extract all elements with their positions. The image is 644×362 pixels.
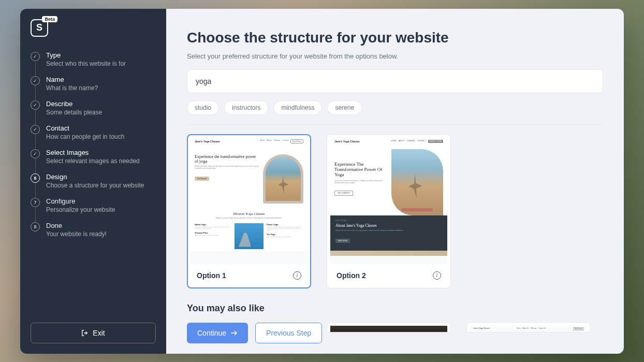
preview-mid-desc: Explore a variety of yoga classes tailor… bbox=[195, 217, 303, 219]
preview-hero-title: Experience The Transformative Power Of Y… bbox=[334, 162, 388, 178]
step-desc: Some details please bbox=[46, 109, 156, 116]
preview-hero-title: Experience the transformative power of y… bbox=[195, 154, 260, 164]
step-number-icon: 6 bbox=[31, 173, 40, 183]
page-subtitle: Select your preferred structure for your… bbox=[187, 52, 603, 60]
preview-strip bbox=[330, 251, 447, 256]
preview-image bbox=[235, 223, 264, 249]
exit-label: Exit bbox=[93, 329, 105, 337]
tag-mindfulness[interactable]: mindfulness bbox=[273, 100, 322, 115]
main-panel: Choose the structure for your website Se… bbox=[166, 9, 624, 354]
steps-list: Type Select who this website is for Name… bbox=[31, 51, 156, 323]
preview-nav: HOME ABOUT CLASSES CONTACT ENROLL NOW bbox=[391, 140, 443, 143]
preview-dark-label: OUR STORY bbox=[335, 220, 442, 222]
step-done[interactable]: 8 Done Your website is ready! bbox=[31, 222, 156, 238]
tag-studio[interactable]: studio bbox=[187, 100, 219, 115]
preview-button: Get Started bbox=[195, 177, 209, 181]
step-desc: Select who this website is for bbox=[46, 60, 156, 67]
check-icon bbox=[31, 125, 40, 134]
options-row: Jane's Yoga Classes Home About Classes C… bbox=[187, 134, 603, 288]
preview-hero-image bbox=[263, 154, 303, 204]
continue-label: Continue bbox=[197, 329, 226, 337]
option-footer: Option 2 i bbox=[330, 264, 447, 285]
step-title: Design bbox=[46, 173, 156, 181]
sidebar: S Beta Type Select who this website is f… bbox=[20, 9, 166, 354]
step-type[interactable]: Type Select who this website is for bbox=[31, 51, 156, 67]
option-label: Option 2 bbox=[336, 271, 366, 280]
page-title: Choose the structure for your website bbox=[187, 30, 603, 46]
info-icon[interactable]: i bbox=[433, 271, 441, 280]
check-icon bbox=[31, 76, 40, 85]
logo-icon: S Beta bbox=[31, 19, 48, 37]
option-card-2[interactable]: Jane's Yoga Classes HOME ABOUT CLASSES C… bbox=[327, 134, 451, 288]
preview-dark-desc: Explore the heart and soul of our yoga p… bbox=[335, 229, 442, 231]
also-card[interactable]: Jane's Yoga Classes Home About Us Offeri… bbox=[466, 322, 591, 332]
step-describe[interactable]: Describe Some details please bbox=[31, 100, 156, 116]
preview-button: GET STARTED bbox=[334, 191, 353, 196]
app-window: S Beta Type Select who this website is f… bbox=[20, 9, 624, 354]
step-desc: How can people get in touch bbox=[46, 133, 156, 140]
step-title: Name bbox=[46, 76, 156, 83]
beta-badge: Beta bbox=[42, 16, 57, 22]
option-footer: Option 1 i bbox=[191, 264, 308, 285]
continue-button[interactable]: Continue bbox=[187, 323, 248, 343]
step-title: Select Images bbox=[46, 149, 156, 156]
step-title: Type bbox=[46, 51, 156, 59]
tags-row: studio instructors mindfulness serene bbox=[187, 100, 603, 115]
step-contact[interactable]: Contact How can people get in touch bbox=[31, 124, 156, 140]
search-input[interactable] bbox=[187, 69, 603, 93]
preview-brand: Jane's Yoga Classes bbox=[195, 140, 220, 143]
step-title: Describe bbox=[46, 100, 156, 108]
preview-nav: Home About Classes Contact Enroll Now bbox=[260, 139, 303, 143]
step-title: Contact bbox=[46, 124, 156, 132]
step-design[interactable]: 6 Design Choose a structure for your web… bbox=[31, 173, 156, 189]
step-number-icon: 7 bbox=[31, 198, 40, 207]
step-desc: Choose a structure for your website bbox=[46, 182, 156, 189]
footer-buttons: Continue Previous Step bbox=[187, 317, 322, 343]
preview-dark-title: About Jane's Yoga Classes bbox=[335, 223, 442, 228]
also-card[interactable] bbox=[327, 322, 451, 332]
option-preview: Jane's Yoga Classes Home About Classes C… bbox=[191, 138, 308, 264]
step-name[interactable]: Name What is the name? bbox=[31, 76, 156, 92]
check-icon bbox=[31, 100, 40, 110]
preview-hero-desc: Elevate your mind, body, and spirit with… bbox=[195, 166, 260, 170]
step-desc: Select relevant images as needed bbox=[46, 157, 156, 165]
check-icon bbox=[31, 52, 40, 61]
logo-letter: S bbox=[36, 22, 42, 33]
option-preview: Jane's Yoga Classes HOME ABOUT CLASSES C… bbox=[330, 138, 447, 264]
step-title: Done bbox=[46, 222, 156, 229]
preview-hero-desc: Join us on a journey to inner peace, str… bbox=[334, 180, 388, 184]
preview-brand: Jane's Yoga Classes bbox=[334, 140, 360, 143]
step-desc: Personalize your website bbox=[46, 206, 156, 213]
preview-thumb bbox=[330, 326, 447, 332]
preview-thumb: Jane's Yoga Classes Home About Us Offeri… bbox=[470, 326, 587, 332]
option-label: Option 1 bbox=[197, 271, 226, 280]
step-number-icon: 8 bbox=[31, 222, 40, 231]
preview-hero-image bbox=[391, 149, 443, 215]
check-icon bbox=[31, 149, 40, 158]
option-card-1[interactable]: Jane's Yoga Classes Home About Classes C… bbox=[187, 134, 311, 288]
preview-mid-title: Diverse Yoga Classes bbox=[195, 212, 303, 216]
exit-icon bbox=[81, 329, 89, 337]
info-icon[interactable]: i bbox=[293, 271, 301, 280]
tag-serene[interactable]: serene bbox=[327, 100, 362, 115]
arrow-right-icon bbox=[230, 330, 238, 336]
step-configure[interactable]: 7 Configure Personalize your website bbox=[31, 197, 156, 213]
preview-dark-button: READ MORE bbox=[335, 239, 350, 243]
also-like-heading: You may also like bbox=[187, 303, 603, 314]
step-desc: Your website is ready! bbox=[46, 230, 156, 238]
previous-step-button[interactable]: Previous Step bbox=[255, 323, 322, 343]
step-select-images[interactable]: Select Images Select relevant images as … bbox=[31, 149, 156, 165]
step-title: Configure bbox=[46, 197, 156, 205]
divider bbox=[187, 124, 603, 125]
logo-area: S Beta bbox=[31, 19, 156, 37]
step-desc: What is the name? bbox=[46, 84, 156, 92]
tag-instructors[interactable]: instructors bbox=[224, 100, 268, 115]
exit-button[interactable]: Exit bbox=[31, 323, 156, 343]
